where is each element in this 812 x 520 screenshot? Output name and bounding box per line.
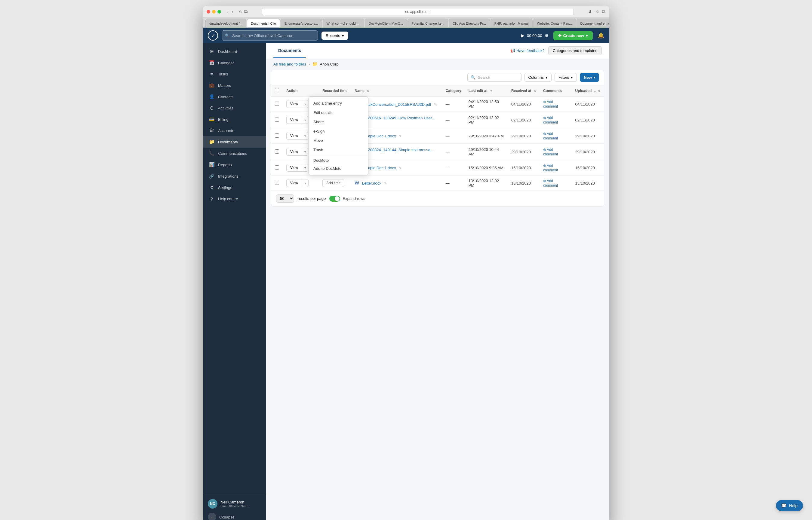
tab-documents[interactable]: Documents — [273, 43, 306, 58]
add-time-button[interactable]: Add time — [322, 179, 344, 187]
browser-tab-6[interactable]: Clio App Directory Pr... — [449, 19, 490, 27]
sidebar-item-billing[interactable]: 💳 Billing — [203, 113, 266, 125]
sidebar-item-tasks[interactable]: ≡ Tasks — [203, 69, 266, 80]
row-checkbox[interactable] — [275, 118, 279, 122]
filters-button[interactable]: Filters ▾ — [555, 73, 577, 82]
menu-item-edit[interactable]: Edit details — [309, 108, 368, 117]
action-dropdown-button[interactable]: ▾ — [302, 100, 309, 108]
sidebar-item-matters[interactable]: 💼 Matters — [203, 80, 266, 91]
row-checkbox[interactable] — [275, 133, 279, 138]
add-comment-link[interactable]: ⊕Add comment — [543, 148, 558, 156]
edit-icon[interactable]: ✎ — [434, 103, 437, 107]
download-icon[interactable]: ⬇ — [588, 9, 592, 15]
file-link[interactable]: slackConversation_D015BRSAJ2D.pdf — [363, 102, 431, 107]
browser-tab-3[interactable]: What control should I... — [323, 19, 364, 27]
table-search-bar[interactable]: 🔍 — [467, 73, 522, 82]
view-button[interactable]: View — [286, 164, 302, 172]
notifications-button[interactable]: 🔔 — [598, 32, 604, 39]
breadcrumb-root[interactable]: All files and folders — [273, 62, 306, 67]
menu-item-move[interactable]: Move — [309, 136, 368, 145]
browser-tab-9[interactable]: Document and email... — [577, 19, 609, 27]
sidebar-item-reports[interactable]: 📊 Reports — [203, 159, 266, 171]
view-button[interactable]: View — [286, 116, 302, 124]
browser-tab-1[interactable]: Documents | Clio — [247, 19, 280, 27]
browser-tab-5[interactable]: Potential Change Ite... — [407, 19, 448, 27]
action-dropdown-button[interactable]: ▾ — [302, 116, 309, 124]
add-comment-link[interactable]: ⊕Add comment — [543, 179, 558, 187]
file-link[interactable]: 20200616_133249_How Postman User... — [363, 116, 435, 120]
home-icon[interactable]: ⌂ — [239, 9, 242, 15]
action-dropdown-button[interactable]: ▾ — [302, 132, 309, 140]
expand-rows-toggle[interactable]: Expand rows — [329, 196, 365, 202]
add-comment-link[interactable]: ⊕Add comment — [543, 100, 558, 108]
add-comment-link[interactable]: ⊕Add comment — [543, 116, 558, 125]
add-comment-link[interactable]: ⊕Add comment — [543, 132, 558, 140]
row-checkbox[interactable] — [275, 165, 279, 170]
menu-item-share[interactable]: Share — [309, 117, 368, 127]
received-at-column-header[interactable]: Received at ⇅ — [508, 85, 539, 97]
last-edit-column-header[interactable]: Last edit at ▼ — [465, 85, 508, 97]
browser-tab-4[interactable]: DocMotoClient-MacO... — [365, 19, 407, 27]
file-link[interactable]: 20200324_140144_Simple text messa... — [363, 148, 434, 152]
view-button[interactable]: View — [286, 179, 302, 187]
play-button[interactable]: ▶ — [521, 33, 525, 38]
feedback-link[interactable]: 📢 Have feedback? — [510, 48, 544, 53]
browser-tab-8[interactable]: Website: Content Pag... — [533, 19, 576, 27]
sidebar-item-documents[interactable]: 📁 Documents — [203, 136, 266, 148]
row-checkbox[interactable] — [275, 181, 279, 185]
timer-settings-button[interactable]: ⚙ — [544, 33, 549, 38]
sidebar-item-help[interactable]: ? Help centre — [203, 193, 266, 204]
minimize-button[interactable] — [212, 10, 215, 14]
add-comment-link[interactable]: ⊕Add comment — [543, 163, 558, 172]
action-dropdown-button[interactable]: ▾ — [302, 164, 309, 172]
close-button[interactable] — [207, 10, 210, 14]
row-checkbox[interactable] — [275, 149, 279, 154]
columns-button[interactable]: Columns ▾ — [525, 73, 552, 82]
recents-button[interactable]: Recents ▾ — [322, 31, 348, 40]
per-page-select[interactable]: 50 25 100 — [276, 194, 294, 203]
window-icon[interactable]: ⧉ — [602, 9, 605, 15]
expand-toggle-switch[interactable] — [329, 196, 340, 202]
sidebar-item-contacts[interactable]: 👤 Contacts — [203, 91, 266, 103]
table-search-input[interactable] — [478, 75, 514, 80]
browser-tab-7[interactable]: PHP: pathinfo - Manual — [490, 19, 533, 27]
sidebar-item-integrations[interactable]: 🔗 Integrations — [203, 171, 266, 182]
menu-item-add-time[interactable]: Add a time entry — [309, 99, 368, 108]
sidebar-item-accounts[interactable]: 🏛 Accounts — [203, 125, 266, 136]
menu-item-esign[interactable]: e-Sign — [309, 127, 368, 136]
menu-item-add-to-docmoto[interactable]: Add to DocMoto — [309, 164, 368, 173]
edit-icon[interactable]: ✎ — [399, 134, 402, 138]
menu-item-trash[interactable]: Trash — [309, 145, 368, 155]
sidebar-item-activities[interactable]: ⏱ Activities — [203, 103, 266, 113]
view-button[interactable]: View — [286, 132, 302, 140]
sidebar-item-dashboard[interactable]: ⊞ Dashboard — [203, 46, 266, 57]
global-search-bar[interactable]: 🔍 — [222, 30, 318, 41]
browser-tab-0[interactable]: dmwindevelopment /... — [205, 19, 246, 27]
collapse-button[interactable]: ← Collapse — [208, 512, 261, 520]
action-dropdown-button[interactable]: ▾ — [302, 148, 309, 156]
maximize-button[interactable] — [218, 10, 221, 14]
browser-tab-2[interactable]: EnumerateAncestors... — [281, 19, 322, 27]
new-document-button[interactable]: New ▾ — [580, 73, 599, 82]
view-button[interactable]: View — [286, 100, 302, 108]
view-button[interactable]: View — [286, 148, 302, 156]
categories-templates-button[interactable]: Categories and templates — [548, 46, 602, 55]
name-column-header[interactable]: Name ⇅ — [351, 85, 442, 97]
uploaded-column-header[interactable]: Uploaded ... ⇅ — [572, 85, 604, 97]
back-button[interactable]: ‹ — [226, 9, 230, 15]
help-button[interactable]: 💬 Help — [776, 500, 803, 511]
edit-icon[interactable]: ✎ — [399, 166, 402, 170]
share-icon[interactable]: ⎋ — [596, 9, 599, 15]
forward-button[interactable]: › — [231, 9, 235, 15]
search-input[interactable] — [232, 33, 314, 38]
sidebar-item-calendar[interactable]: 📅 Calendar — [203, 57, 266, 69]
action-dropdown-button[interactable]: ▾ — [302, 179, 309, 187]
url-bar[interactable]: eu.app.clio.com — [262, 8, 574, 15]
tab-icon[interactable]: ⧉ — [244, 9, 248, 15]
sidebar-item-settings[interactable]: ⚙ Settings — [203, 182, 266, 193]
select-all-checkbox[interactable] — [275, 88, 279, 92]
sidebar-item-communications[interactable]: 📞 Communications — [203, 148, 266, 159]
file-link[interactable]: Letter.docx — [362, 181, 381, 185]
row-checkbox[interactable] — [275, 102, 279, 106]
create-new-button[interactable]: ✚ Create new ▾ — [553, 31, 593, 40]
